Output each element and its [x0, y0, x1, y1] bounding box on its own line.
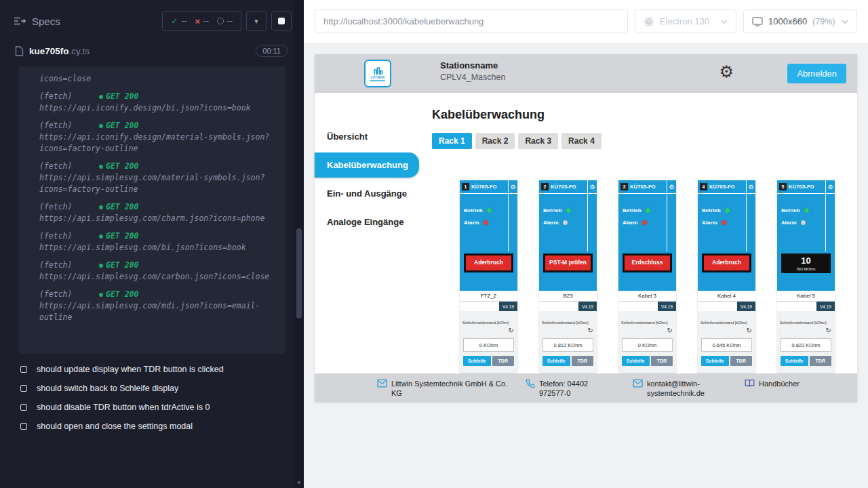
device-gear-icon[interactable]: ⚙: [825, 180, 835, 193]
measurement-value: 0.822 KOhm: [781, 338, 831, 352]
spec-file-row[interactable]: kue705fo.cy.ts 00:11: [0, 39, 294, 64]
fetch-log-entry[interactable]: (fetch)GET 200 https://api.simplesvg.com…: [39, 161, 277, 195]
refresh-icon[interactable]: ↻: [667, 327, 673, 334]
betrieb-label: Betrieb: [781, 207, 800, 214]
nav-item-analoge-eingaenge[interactable]: Analoge Eingänge: [315, 209, 419, 235]
fetch-log-entry[interactable]: (fetch)GET 200 https://api.iconify.desig…: [39, 91, 277, 114]
measurement-panel: Schleifenwiderstand [kOhm] ↻ 0.812 KOhm …: [539, 311, 597, 373]
cable-name-field[interactable]: Kabel 5: [777, 291, 835, 301]
fetch-log-entry[interactable]: (fetch)GET 200 https://api.simplesvg.com…: [39, 230, 277, 253]
cable-name-field[interactable]: Kabel 3: [618, 291, 676, 301]
schleife-button[interactable]: Schleife: [463, 356, 491, 366]
alarm-led: [563, 220, 568, 225]
littwin-logo-icon: [373, 66, 383, 75]
scrollbar-thumb[interactable]: [296, 228, 302, 319]
footer-email[interactable]: kontakt@littwin-systemtechnik.de: [633, 379, 727, 399]
firmware-version: V4.19: [816, 302, 835, 311]
fetch-log-entry[interactable]: (fetch)GET 200 https://api.simplesvg.com…: [39, 289, 277, 323]
fetch-log-entry[interactable]: (fetch)GET 200 https://api.simplesvg.com…: [39, 260, 277, 283]
nav-item-kabelueberwachung[interactable]: Kabelüberwachung: [315, 152, 419, 178]
browser-url-bar: Electron 130 1000x660 (79%): [304, 0, 868, 43]
request-url: https://api.iconify.design/bi.json?icons…: [39, 102, 277, 114]
nav-item-uebersicht[interactable]: Übersicht: [315, 124, 419, 149]
nav-item-ein-und-ausgaenge[interactable]: Ein- und Ausgänge: [315, 181, 419, 206]
status-dot-icon: [99, 165, 103, 169]
company-name: Littwin Systemtechnik GmbH & Co. KG: [391, 379, 508, 399]
test-stats[interactable]: ✓-- ×-- --: [162, 11, 241, 31]
cable-name-field[interactable]: FTZ_2: [460, 291, 517, 301]
schleife-button[interactable]: Schleife: [701, 356, 729, 366]
footer-company[interactable]: Littwin Systemtechnik GmbH & Co. KG: [377, 379, 508, 399]
refresh-icon[interactable]: ↻: [588, 327, 593, 334]
runner-scrollbar[interactable]: ▼: [294, 0, 304, 488]
cable-name-field[interactable]: Kabel 4: [698, 291, 755, 301]
tab-rack-4[interactable]: Rack 4: [561, 133, 601, 149]
schleife-button[interactable]: Schleife: [781, 356, 808, 366]
cypress-runner-panel: Specs ✓-- ×-- -- ▾ kue705fo.cy.ts 00:11 …: [0, 0, 304, 488]
test-row[interactable]: should switch back to Schleife display: [20, 384, 288, 393]
footer-phone[interactable]: Telefon: 04402 972577-0: [526, 379, 615, 399]
schleife-button[interactable]: Schleife: [542, 356, 570, 366]
command-log: icons=close (fetch)GET 200 https://api.i…: [19, 66, 285, 354]
device-gear-icon[interactable]: ⚙: [667, 180, 676, 193]
tdr-button[interactable]: TDR: [730, 356, 752, 366]
test-row[interactable]: should disable TDR button when tdrActive…: [20, 403, 288, 412]
settings-gear-icon[interactable]: ⚙: [719, 64, 734, 80]
status-display: Erdschluss: [623, 253, 672, 272]
footer-manuals-link[interactable]: Handbücher: [745, 379, 800, 388]
browser-selector[interactable]: Electron 130: [635, 9, 736, 33]
cable-name-field[interactable]: B23: [539, 291, 597, 301]
stop-run-button[interactable]: [271, 11, 292, 31]
measurement-value: 0 KOhm: [622, 338, 673, 352]
scrollbar-down-arrow[interactable]: ▼: [294, 480, 304, 486]
schleife-button[interactable]: Schleife: [622, 356, 650, 366]
refresh-icon[interactable]: ↻: [747, 327, 752, 334]
status-display: Aderbruch: [464, 253, 513, 272]
device-number-badge: 2: [541, 183, 549, 190]
tdr-button[interactable]: TDR: [810, 356, 831, 366]
tab-rack-2[interactable]: Rack 2: [475, 133, 515, 149]
tab-rack-3[interactable]: Rack 3: [518, 133, 558, 149]
stat-failed: ×--: [195, 16, 209, 26]
specs-menu-button[interactable]: Specs: [14, 16, 60, 27]
device-gear-icon[interactable]: ⚙: [746, 180, 755, 193]
fetch-log-entry[interactable]: (fetch)GET 200 https://api.simplesvg.com…: [39, 201, 277, 224]
fetch-log-entry[interactable]: (fetch)GET 200 https://api.iconify.desig…: [39, 120, 277, 155]
app-stage: LITTWIN Stationsname CPLV4_Maschen ⚙ Abm…: [304, 43, 868, 488]
test-row[interactable]: should open and close the settings modal: [20, 422, 288, 431]
logout-button[interactable]: Abmelden: [787, 64, 846, 83]
test-row[interactable]: should update display when TDR button is…: [20, 365, 288, 374]
status-text: Aderbruch: [711, 259, 742, 267]
request-url: https://api.iconify.design/material-symb…: [39, 131, 277, 155]
betrieb-led: [487, 208, 492, 213]
device-model-label: KÜ705-FO: [709, 184, 735, 190]
device-number-badge: 1: [462, 183, 469, 190]
check-icon: ✓: [171, 16, 178, 26]
refresh-icon[interactable]: ↻: [509, 327, 514, 334]
test-state-icon: [20, 404, 27, 411]
device-side-column: [746, 194, 755, 251]
tdr-button[interactable]: TDR: [572, 356, 593, 366]
tab-rack-1[interactable]: Rack 1: [432, 133, 472, 149]
tdr-button[interactable]: TDR: [492, 356, 514, 366]
alarm-led: [484, 220, 488, 225]
collapse-dropdown-button[interactable]: ▾: [246, 11, 267, 31]
betrieb-led: [646, 208, 650, 213]
chevron-down-icon: ▾: [254, 17, 258, 26]
request-url: https://api.simplesvg.com/mdi.json?icons…: [39, 300, 277, 323]
status-text: Erdschluss: [631, 259, 664, 267]
brand-text: LITTWIN: [370, 76, 384, 79]
refresh-icon[interactable]: ↻: [826, 327, 831, 334]
tdr-button[interactable]: TDR: [651, 356, 673, 366]
viewport-selector[interactable]: 1000x660 (79%): [743, 9, 857, 33]
url-input[interactable]: [315, 9, 628, 33]
device-gear-icon[interactable]: ⚙: [587, 180, 597, 193]
measurement-label: Schleifenwiderstand [kOhm]: [780, 321, 826, 325]
device-number-badge: 4: [700, 183, 707, 190]
log-overflow-line: icons=close: [39, 73, 277, 85]
contact-email: kontakt@littwin-systemtechnik.de: [647, 379, 727, 399]
device-card-1: 1 KÜ705-FO ⚙ Betrieb Alarm Aderbruch: [460, 180, 517, 373]
device-model-label: KÜ705-FO: [630, 184, 656, 190]
status-display: PST-M prüfen: [543, 253, 593, 272]
device-gear-icon[interactable]: ⚙: [508, 180, 517, 193]
